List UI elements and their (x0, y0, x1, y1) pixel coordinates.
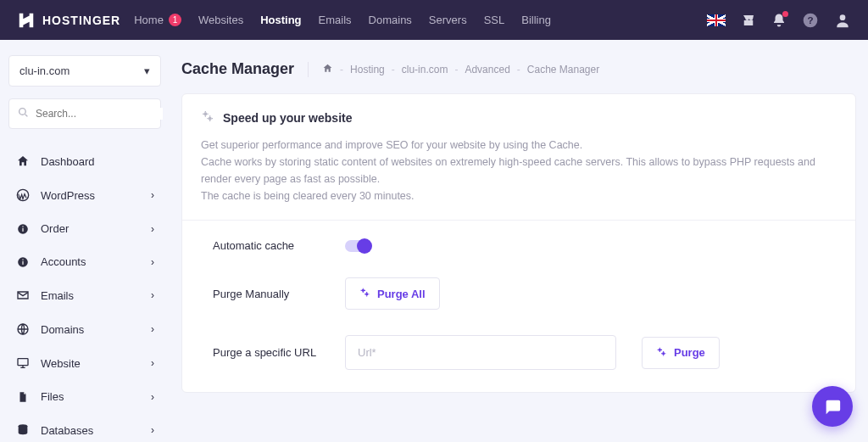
svg-rect-6 (22, 227, 23, 231)
purge-label: Purge (674, 346, 705, 359)
chevron-right-icon: › (151, 189, 154, 201)
language-flag-icon[interactable] (707, 14, 726, 26)
chevron-right-icon: › (151, 223, 154, 235)
chevron-right-icon: › (151, 289, 154, 301)
notifications-icon[interactable] (771, 13, 787, 28)
sidebar-item-dashboard[interactable]: Dashboard (8, 146, 161, 176)
sidebar-item-label: Order (41, 222, 69, 235)
purge-manual-label: Purge Manually (213, 288, 320, 300)
sidebar-item-label: Files (41, 390, 64, 403)
card-description: Get superior performance and improve SEO… (182, 137, 855, 220)
content-shell: clu-in.com ▾ Dashboard WordPress › Order… (0, 40, 868, 442)
breadcrumb-item[interactable]: clu-in.com (402, 64, 448, 76)
chevron-down-icon: ▾ (144, 64, 150, 77)
file-icon (15, 391, 31, 403)
sidebar-item-accounts[interactable]: Accounts › (8, 247, 161, 277)
main-nav: Home 1 Websites Hosting Emails Domains S… (134, 14, 551, 26)
info-icon (15, 256, 31, 268)
svg-rect-10 (22, 259, 23, 260)
sidebar-item-website[interactable]: Website › (8, 348, 161, 378)
row-purge-manual: Purge Manually Purge All (213, 277, 837, 310)
purge-url-input[interactable] (345, 335, 616, 370)
sidebar-item-label: Domains (41, 323, 84, 336)
cache-form: Automatic cache Purge Manually Purge All… (182, 221, 855, 392)
nav-servers[interactable]: Servers (429, 14, 467, 26)
store-icon[interactable] (741, 13, 756, 28)
breadcrumb-item[interactable]: Hosting (350, 64, 385, 76)
breadcrumb: - Hosting - clu-in.com - Advanced - Cach… (322, 63, 599, 76)
notification-dot (782, 11, 788, 17)
site-selector[interactable]: clu-in.com ▾ (8, 55, 161, 87)
top-bar: HOSTINGER Home 1 Websites Hosting Emails… (0, 0, 868, 40)
hostinger-logo-icon (17, 11, 36, 30)
page-header: Cache Manager - Hosting - clu-in.com - A… (181, 60, 856, 78)
help-icon[interactable]: ? (802, 12, 819, 29)
sidebar-item-wordpress[interactable]: WordPress › (8, 180, 161, 210)
card-title: Speed up your website (223, 111, 352, 125)
svg-rect-9 (22, 260, 23, 264)
chevron-right-icon: › (151, 357, 154, 369)
sidebar-item-files[interactable]: Files › (8, 382, 161, 411)
sidebar-item-order[interactable]: Order › (8, 214, 161, 243)
breadcrumb-item: Cache Manager (527, 64, 599, 76)
nav-home[interactable]: Home 1 (134, 14, 181, 26)
svg-point-15 (209, 117, 212, 120)
brand-name: HOSTINGER (42, 14, 120, 27)
nav-domains[interactable]: Domains (369, 14, 412, 26)
chevron-right-icon: › (151, 391, 154, 403)
cache-card: Speed up your website Get superior perfo… (181, 93, 856, 393)
toggle-knob (357, 238, 372, 254)
nav-home-label: Home (134, 14, 164, 26)
chat-fab[interactable] (812, 386, 853, 427)
page-title: Cache Manager (181, 60, 294, 78)
nav-hosting[interactable]: Hosting (260, 14, 301, 26)
breadcrumb-item[interactable]: Advanced (465, 64, 509, 76)
nav-home-badge: 1 (169, 14, 181, 26)
svg-point-18 (659, 348, 661, 350)
gears-icon (201, 109, 214, 126)
sidebar-item-label: Databases (41, 424, 93, 437)
info-icon (15, 223, 31, 235)
sidebar-item-emails[interactable]: Emails › (8, 280, 161, 311)
svg-rect-12 (18, 359, 28, 366)
nav-websites[interactable]: Websites (198, 14, 243, 26)
sidebar-item-label: WordPress (41, 189, 95, 202)
sidebar-item-label: Dashboard (41, 155, 95, 168)
svg-text:?: ? (807, 14, 813, 25)
mail-icon (15, 288, 31, 302)
nav-ssl[interactable]: SSL (484, 14, 505, 26)
chevron-right-icon: › (151, 256, 154, 268)
chevron-right-icon: › (151, 323, 154, 335)
auto-cache-label: Automatic cache (213, 239, 320, 252)
topbar-right: ? (707, 12, 851, 29)
purge-button[interactable]: Purge (642, 337, 720, 369)
chevron-right-icon: › (151, 424, 154, 436)
monitor-icon (15, 356, 31, 370)
svg-rect-7 (22, 226, 23, 227)
site-selector-value: clu-in.com (19, 64, 70, 77)
svg-point-2 (840, 14, 846, 20)
auto-cache-toggle[interactable] (345, 240, 370, 252)
nav-emails[interactable]: Emails (319, 14, 352, 26)
purge-all-button[interactable]: Purge All (345, 277, 440, 310)
sidebar-search[interactable] (8, 98, 161, 129)
breadcrumb-home-icon[interactable] (322, 63, 333, 76)
sidebar-item-domains[interactable]: Domains › (8, 314, 161, 344)
sidebar-menu: Dashboard WordPress › Order › Accounts ›… (8, 146, 161, 442)
search-input[interactable] (36, 108, 163, 120)
svg-point-16 (362, 289, 364, 292)
brand-logo[interactable]: HOSTINGER (17, 11, 120, 30)
sidebar-item-label: Website (41, 357, 81, 370)
sidebar: clu-in.com ▾ Dashboard WordPress › Order… (0, 40, 170, 442)
sidebar-item-databases[interactable]: Databases › (8, 415, 161, 442)
nav-billing[interactable]: Billing (521, 14, 551, 26)
profile-icon[interactable] (834, 12, 851, 29)
globe-icon (15, 322, 31, 336)
wordpress-icon (15, 188, 31, 202)
sidebar-item-label: Emails (41, 289, 74, 302)
divider (308, 62, 309, 77)
search-icon (18, 106, 29, 121)
row-auto-cache: Automatic cache (213, 239, 837, 252)
svg-point-19 (662, 352, 665, 355)
gears-icon (359, 287, 370, 300)
